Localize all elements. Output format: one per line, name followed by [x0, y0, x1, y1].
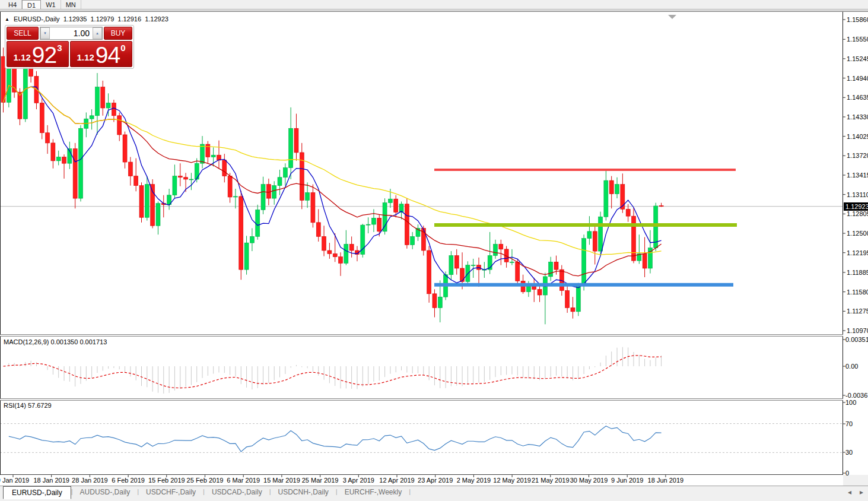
- price-axis-label: 1.11885: [847, 269, 868, 276]
- ohlc-close: 1.12923: [145, 15, 168, 23]
- volume-increase-button[interactable]: ▲: [93, 27, 102, 39]
- sell-price-big: 92: [32, 46, 56, 64]
- date-label: 21 May 2019: [532, 477, 570, 484]
- price-axis-label: 1.14330: [847, 113, 868, 121]
- tab-separator: |: [409, 486, 411, 497]
- price-axis-label: 1.11275: [847, 307, 868, 315]
- symbol-tab-audusd[interactable]: AUDUSD-,Daily: [73, 486, 138, 498]
- symbol-tab-usdchf[interactable]: USDCHF-,Daily: [139, 486, 203, 498]
- chart-shift-marker-icon: [668, 15, 676, 19]
- buy-price-big: 94: [96, 46, 120, 64]
- rsi-axis-label: 70: [845, 420, 853, 427]
- rsi-axis-label: 30: [845, 449, 853, 456]
- buy-price-prefix: 1.12: [77, 53, 94, 62]
- date-label: 15 Mar 2019: [263, 477, 300, 484]
- volume-stepper: ▼ 1.00 ▲: [40, 27, 103, 40]
- macd-axis-label: 0.00: [845, 363, 858, 370]
- date-label: 9 Jun 2019: [611, 477, 643, 484]
- sell-button[interactable]: SELL: [7, 27, 39, 40]
- date-label: 30 May 2019: [570, 477, 608, 484]
- symbol-tab-eurchf[interactable]: EURCHF-,Weekly: [338, 486, 409, 498]
- rsi-axis-label: 100: [845, 399, 856, 406]
- macd-label: MACD(12,26,9) 0.001350 0.001713: [4, 338, 107, 345]
- tab-scroll-right-icon[interactable]: ▸: [860, 488, 863, 496]
- macd-axis-label: -0.00367: [845, 392, 868, 399]
- symbol-tab-bar: EURUSD-,Daily|AUDUSD-,Daily|USDCHF-,Dail…: [0, 486, 868, 501]
- symbol-tab-usdcnh[interactable]: USDCNH-,Daily: [271, 486, 336, 498]
- price-axis-label: 1.12500: [847, 230, 868, 237]
- price-axis-label: 1.13720: [847, 152, 868, 159]
- buy-button[interactable]: BUY: [104, 27, 132, 40]
- ohlc-low: 1.12916: [117, 15, 141, 23]
- price-axis-label: 1.13415: [847, 172, 868, 179]
- date-label: 3 Apr 2019: [343, 477, 374, 484]
- price-axis-label: 1.13110: [847, 191, 868, 198]
- price-axis-label: 1.14635: [847, 94, 868, 101]
- date-label: 25 Feb 2019: [187, 477, 224, 484]
- price-axis-label: 1.10970: [847, 327, 868, 334]
- sell-price-button[interactable]: 1.12 92 3: [7, 41, 69, 67]
- collapse-icon[interactable]: ▲: [5, 17, 9, 22]
- tab-scroll-left-icon[interactable]: ◂: [848, 488, 851, 496]
- date-label: 6 Mar 2019: [227, 477, 260, 484]
- chart-title: ▲ EURUSD-,Daily 1.12935 1.12979 1.12916 …: [5, 15, 170, 23]
- price-axis-label: 1.15860: [847, 16, 868, 23]
- price-axis-label: 1.12195: [847, 249, 868, 256]
- one-click-trading-widget: SELL ▼ 1.00 ▲ BUY 1.12 92 3 1.12 94 0: [5, 25, 134, 69]
- price-axis-label: 1.11580: [847, 288, 868, 296]
- tab-scrollers: ◂ ▸: [848, 488, 863, 496]
- date-label: 12 Apr 2019: [379, 477, 414, 484]
- date-label: 15 Feb 2019: [148, 477, 185, 484]
- price-axis-label: 1.15245: [847, 55, 868, 62]
- date-label: 23 Apr 2019: [418, 477, 453, 484]
- trading-platform-window: H4D1W1MN ▲ EURUSD-,Daily 1.12935 1.12979…: [0, 0, 868, 501]
- chart-canvas[interactable]: [0, 0, 868, 501]
- rsi-label: RSI(14) 57.6729: [4, 402, 52, 409]
- symbol-tab-usdcad[interactable]: USDCAD-,Daily: [205, 486, 269, 498]
- price-axis-label: 1.12805: [847, 210, 868, 217]
- volume-input[interactable]: 1.00: [50, 27, 93, 39]
- current-price-tag: 1.12923: [844, 202, 868, 211]
- ohlc-open: 1.12935: [63, 15, 87, 23]
- date-label: 25 Mar 2019: [302, 477, 339, 484]
- sell-price-prefix: 1.12: [14, 53, 31, 62]
- symbol-tab-eurusd[interactable]: EURUSD-,Daily: [3, 486, 71, 499]
- date-label: 28 Jan 2019: [72, 477, 108, 484]
- price-axis-label: 1.14940: [847, 75, 868, 82]
- ohlc-high: 1.12979: [91, 15, 115, 23]
- sell-price-pip: 3: [57, 43, 62, 52]
- volume-decrease-button[interactable]: ▼: [40, 27, 50, 39]
- rsi-axis-label: 0: [845, 470, 849, 477]
- price-axis-label: 1.15550: [847, 36, 868, 43]
- macd-axis-label: 0.003518: [845, 336, 868, 343]
- date-label: 18 Jan 2019: [33, 477, 69, 484]
- date-label: 6 Feb 2019: [112, 477, 145, 484]
- date-label: 12 May 2019: [493, 477, 531, 484]
- date-label: 9 Jan 2019: [0, 477, 29, 484]
- date-label: 2 May 2019: [457, 477, 491, 484]
- buy-price-pip: 0: [120, 43, 125, 52]
- price-axis-label: 1.14025: [847, 133, 868, 140]
- symbol-period-label: EURUSD-,Daily: [14, 15, 60, 23]
- buy-price-button[interactable]: 1.12 94 0: [70, 41, 132, 67]
- date-label: 18 Jun 2019: [648, 477, 684, 484]
